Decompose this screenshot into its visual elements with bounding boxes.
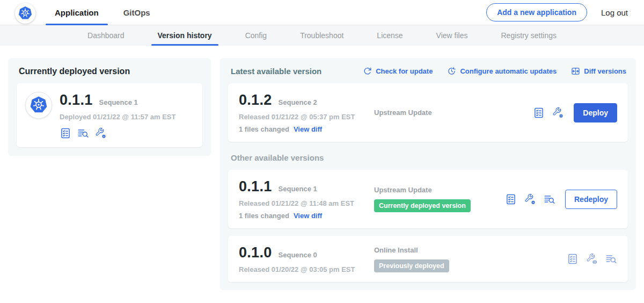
add-application-button[interactable]: Add a new application xyxy=(486,3,587,21)
latest-version-title: Latest available version xyxy=(231,67,321,76)
version-row-details: 0.1.1 Sequence 1 Released 01/21/22 @ 11:… xyxy=(239,178,374,220)
view-diff-link[interactable]: View diff xyxy=(294,212,322,220)
app-subnav: Dashboard Version history Config Trouble… xyxy=(0,25,644,46)
version-row-actions: Deploy xyxy=(533,92,617,133)
version-row-source: Online Install Previously deployed xyxy=(374,244,567,273)
main-content: Currently deployed version xyxy=(0,46,644,290)
currently-deployed-title: Currently deployed version xyxy=(19,67,202,76)
diff-icon xyxy=(571,67,580,76)
version-number: 0.1.0 xyxy=(239,244,272,261)
sequence-label: Sequence 1 xyxy=(279,185,317,193)
checklist-icon[interactable] xyxy=(60,127,71,139)
kubernetes-logo-icon xyxy=(28,95,49,116)
tab-gitops[interactable]: GitOps xyxy=(122,0,151,25)
tab-troubleshoot[interactable]: Troubleshoot xyxy=(299,25,345,46)
configure-automatic-updates-link[interactable]: Configure automatic updates xyxy=(447,67,557,76)
logs-icon[interactable] xyxy=(544,193,555,205)
version-row-actions: Redeploy xyxy=(505,178,617,220)
files-changed-label: 1 files changed xyxy=(239,125,289,133)
deployed-version-details: 0.1.1 Sequence 1 Deployed 01/21/22 @ 11:… xyxy=(60,92,175,139)
diff-versions-link[interactable]: Diff versions xyxy=(571,67,626,76)
deploy-button[interactable]: Deploy xyxy=(574,103,617,122)
tab-config[interactable]: Config xyxy=(244,25,268,46)
app-header: Application GitOps Add a new application… xyxy=(0,0,644,25)
checklist-icon[interactable] xyxy=(567,253,579,265)
configure-automatic-updates-label: Configure automatic updates xyxy=(460,67,557,75)
diff-versions-label: Diff versions xyxy=(584,67,626,75)
version-number: 0.1.2 xyxy=(239,92,272,109)
wrench-gear-icon[interactable] xyxy=(552,107,564,119)
tab-version-history-label: Version history xyxy=(158,31,212,40)
wrench-gear-icon[interactable] xyxy=(95,127,107,139)
deployed-actions xyxy=(60,127,175,139)
redeploy-button[interactable]: Redeploy xyxy=(565,190,617,209)
sequence-label: Sequence 2 xyxy=(279,98,317,106)
source-label: Upstream Update xyxy=(374,109,533,117)
kubernetes-logo xyxy=(15,3,35,24)
version-row-0-1-0: 0.1.0 Sequence 0 Released 01/20/22 @ 03:… xyxy=(228,236,628,282)
deployed-timestamp: Deployed 01/21/22 @ 11:57 am EST xyxy=(60,113,175,121)
tab-version-history[interactable]: Version history xyxy=(157,25,213,46)
tab-dashboard[interactable]: Dashboard xyxy=(86,25,126,46)
version-row-details: 0.1.2 Sequence 2 Released 01/21/22 @ 05:… xyxy=(239,92,374,133)
source-label: Online Install xyxy=(374,246,567,254)
tab-view-files[interactable]: View files xyxy=(435,25,469,46)
tab-registry-settings[interactable]: Registry settings xyxy=(500,25,558,46)
checklist-icon[interactable] xyxy=(533,107,545,119)
version-row-actions xyxy=(567,244,617,273)
tab-view-files-label: View files xyxy=(436,31,468,40)
version-row-0-1-1: 0.1.1 Sequence 1 Released 01/21/22 @ 11:… xyxy=(228,170,628,228)
kubernetes-logo-icon xyxy=(17,5,33,21)
header-right: Add a new application Log out xyxy=(486,3,628,21)
tab-dashboard-label: Dashboard xyxy=(87,31,125,40)
released-timestamp: Released 01/20/22 @ 03:05 pm EST xyxy=(239,265,374,273)
checklist-icon[interactable] xyxy=(505,193,517,205)
version-actions: Check for update Configure automatic upd… xyxy=(363,67,626,76)
tab-troubleshoot-label: Troubleshoot xyxy=(300,31,343,40)
deployed-version-number: 0.1.1 xyxy=(60,92,93,109)
wrench-eye-icon[interactable] xyxy=(586,253,598,265)
check-for-update-label: Check for update xyxy=(376,67,433,75)
previously-deployed-badge: Previously deployed xyxy=(374,259,449,272)
version-row-source: Upstream Update xyxy=(374,92,533,133)
check-for-update-link[interactable]: Check for update xyxy=(363,67,433,76)
view-diff-link[interactable]: View diff xyxy=(294,125,322,133)
tab-application[interactable]: Application xyxy=(54,0,100,25)
logout-button[interactable]: Log out xyxy=(601,8,628,17)
currently-deployed-card: Currently deployed version xyxy=(8,58,211,156)
clock-refresh-icon xyxy=(447,67,456,76)
tab-application-label: Application xyxy=(55,8,99,17)
source-label: Upstream Update xyxy=(374,186,505,194)
version-row-0-1-2: 0.1.2 Sequence 2 Released 01/21/22 @ 05:… xyxy=(228,83,628,142)
deployed-version-card: 0.1.1 Sequence 1 Deployed 01/21/22 @ 11:… xyxy=(17,83,202,147)
version-number: 0.1.1 xyxy=(239,178,272,195)
version-row-source: Upstream Update Currently deployed versi… xyxy=(374,178,505,220)
logs-icon[interactable] xyxy=(605,253,617,265)
tab-registry-settings-label: Registry settings xyxy=(501,31,557,40)
sequence-label: Sequence 0 xyxy=(279,251,317,259)
header-tabs: Application GitOps xyxy=(54,0,174,25)
latest-version-header: Latest available version Check for updat… xyxy=(228,66,628,76)
logs-icon[interactable] xyxy=(77,127,89,139)
version-row-details: 0.1.0 Sequence 0 Released 01/20/22 @ 03:… xyxy=(239,244,374,273)
refresh-icon xyxy=(363,67,372,76)
currently-deployed-badge: Currently deployed version xyxy=(374,199,471,212)
other-versions-title: Other available versions xyxy=(231,153,625,162)
files-changed-label: 1 files changed xyxy=(239,212,289,220)
released-timestamp: Released 01/21/22 @ 11:48 am EST xyxy=(239,199,374,207)
app-logo xyxy=(25,92,52,119)
tab-license[interactable]: License xyxy=(376,25,404,46)
tab-gitops-label: GitOps xyxy=(123,8,150,17)
tab-config-label: Config xyxy=(245,31,267,40)
wrench-gear-icon[interactable] xyxy=(524,193,536,205)
tab-license-label: License xyxy=(377,31,402,40)
released-timestamp: Released 01/21/22 @ 05:37 pm EST xyxy=(239,113,374,121)
version-history-panel: Latest available version Check for updat… xyxy=(220,58,636,290)
deployed-sequence-label: Sequence 1 xyxy=(99,98,138,106)
